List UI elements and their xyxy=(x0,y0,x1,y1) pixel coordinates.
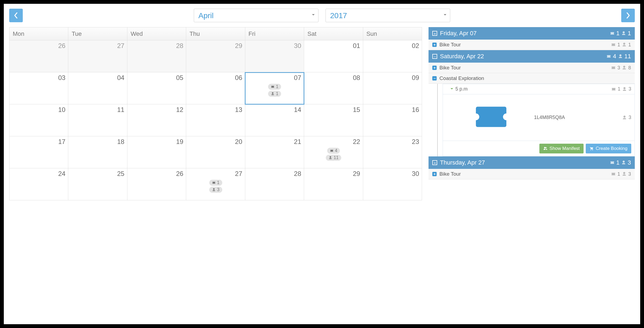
calendar-day[interactable]: 0711 xyxy=(245,72,304,104)
day-number: 17 xyxy=(12,138,65,146)
calendar-day[interactable]: 23 xyxy=(363,136,422,168)
day-bookings-panel: +Friday, Apr 0711+Bike Tour11−Saturday, … xyxy=(429,27,635,319)
calendar-day[interactable]: 28 xyxy=(127,40,186,72)
weekday-header: Tue xyxy=(68,27,127,40)
day-number: 08 xyxy=(307,74,360,82)
calendar-day[interactable]: 03 xyxy=(9,72,68,104)
tickets-pill: 1 xyxy=(268,84,281,90)
tickets-pill: 4 xyxy=(327,148,340,154)
next-month-button[interactable] xyxy=(621,9,635,22)
tour-row[interactable]: +Bike Tour11 xyxy=(429,40,635,50)
calendar-day[interactable]: 08 xyxy=(304,72,363,104)
user-icon xyxy=(622,65,627,70)
day-group-header[interactable]: −Saturday, Apr 22411 xyxy=(429,50,635,63)
ticket-icon xyxy=(611,87,616,92)
calendar-day[interactable]: 24 xyxy=(9,168,68,200)
ticket-icon xyxy=(271,85,275,89)
user-icon xyxy=(329,156,332,160)
day-number: 24 xyxy=(12,170,65,178)
weekday-header: Mon xyxy=(9,27,68,40)
ticket-icon xyxy=(611,172,616,176)
user-icon xyxy=(212,188,216,192)
timeslot-row[interactable]: 5 p.m13 xyxy=(443,84,635,94)
calendar-day[interactable]: 05 xyxy=(127,72,186,104)
day-number: 05 xyxy=(130,74,183,82)
calendar-day[interactable]: 28 xyxy=(245,168,304,200)
weekday-header: Thu xyxy=(186,27,245,40)
prev-month-button[interactable] xyxy=(9,9,23,22)
weekday-header: Sun xyxy=(363,27,422,40)
calendar-day[interactable]: 12 xyxy=(127,104,186,136)
year-select[interactable]: 2017 xyxy=(326,9,450,22)
calendar-day[interactable]: 13 xyxy=(186,104,245,136)
tour-label: Bike Tour xyxy=(439,42,461,48)
user-icon xyxy=(621,31,626,36)
calendar-day[interactable]: 01 xyxy=(304,40,363,72)
calendar-day[interactable]: 18 xyxy=(68,136,127,168)
calendar-day[interactable]: 22411 xyxy=(304,136,363,168)
weekday-header: Sat xyxy=(304,27,363,40)
tour-row[interactable]: −Coastal Exploration xyxy=(429,73,635,84)
calendar-day[interactable]: 26 xyxy=(9,40,68,72)
calendar-day[interactable]: 15 xyxy=(304,104,363,136)
day-number: 04 xyxy=(71,74,124,82)
calendar-day[interactable]: 29 xyxy=(186,40,245,72)
user-icon xyxy=(622,42,627,47)
tour-row[interactable]: +Bike Tour13 xyxy=(429,169,635,179)
calendar-day[interactable]: 21 xyxy=(245,136,304,168)
booking-row[interactable]: 1L4M8R5Q8A3 xyxy=(443,94,635,141)
timeslot-counts: 13 xyxy=(611,86,631,92)
calendar-day[interactable]: 30 xyxy=(245,40,304,72)
tour-label: Bike Tour xyxy=(439,171,461,177)
day-number: 28 xyxy=(248,170,301,178)
calendar-day[interactable]: 09 xyxy=(363,72,422,104)
calendar-day[interactable]: 19 xyxy=(127,136,186,168)
show-manifest-button[interactable]: Show Manifest xyxy=(539,144,584,153)
people-pill: 11 xyxy=(326,155,341,161)
calendar-day[interactable]: 27 xyxy=(68,40,127,72)
ticket-icon xyxy=(212,181,216,185)
day-number: 18 xyxy=(71,138,124,146)
user-icon xyxy=(271,92,275,96)
expand-icon: + xyxy=(432,160,437,165)
calendar-day[interactable]: 02 xyxy=(363,40,422,72)
tour-row[interactable]: +Bike Tour38 xyxy=(429,63,635,73)
day-number: 13 xyxy=(189,106,242,114)
day-group-counts: 11 xyxy=(610,30,631,37)
day-group-header[interactable]: +Thursday, Apr 2713 xyxy=(429,156,635,169)
day-number: 26 xyxy=(130,170,183,178)
day-number: 30 xyxy=(248,42,301,50)
month-select[interactable]: April xyxy=(194,9,318,22)
day-group-header[interactable]: +Friday, Apr 0711 xyxy=(429,27,635,40)
calendar-day[interactable]: 17 xyxy=(9,136,68,168)
day-number: 19 xyxy=(130,138,183,146)
day-number: 02 xyxy=(366,42,419,50)
calendar-day[interactable]: 11 xyxy=(68,104,127,136)
expand-icon: + xyxy=(432,172,437,176)
day-number: 23 xyxy=(366,138,419,146)
year-select-wrap: 2017 xyxy=(326,9,450,22)
calendar-day[interactable]: 30 xyxy=(363,168,422,200)
calendar-day[interactable]: 14 xyxy=(245,104,304,136)
expand-icon: + xyxy=(432,31,437,36)
day-number: 22 xyxy=(307,138,360,146)
create-booking-button[interactable]: Create Booking xyxy=(586,144,631,153)
expand-icon: + xyxy=(432,43,437,47)
calendar-day[interactable]: 04 xyxy=(68,72,127,104)
month-select-wrap: April xyxy=(194,9,318,22)
calendar-day[interactable]: 16 xyxy=(363,104,422,136)
calendar-day[interactable]: 2713 xyxy=(186,168,245,200)
calendar-day[interactable]: 20 xyxy=(186,136,245,168)
day-group-title: Friday, Apr 07 xyxy=(440,30,476,37)
booking-code: 1L4M8R5Q8A xyxy=(534,115,565,120)
calendar-day[interactable]: 06 xyxy=(186,72,245,104)
day-number: 29 xyxy=(307,170,360,178)
calendar-day[interactable]: 10 xyxy=(9,104,68,136)
calendar-day[interactable]: 26 xyxy=(127,168,186,200)
user-icon xyxy=(621,160,626,165)
day-number: 28 xyxy=(130,42,183,50)
day-number: 07 xyxy=(248,74,301,82)
calendar-day[interactable]: 25 xyxy=(68,168,127,200)
calendar-day[interactable]: 29 xyxy=(304,168,363,200)
ticket-icon xyxy=(611,42,616,47)
